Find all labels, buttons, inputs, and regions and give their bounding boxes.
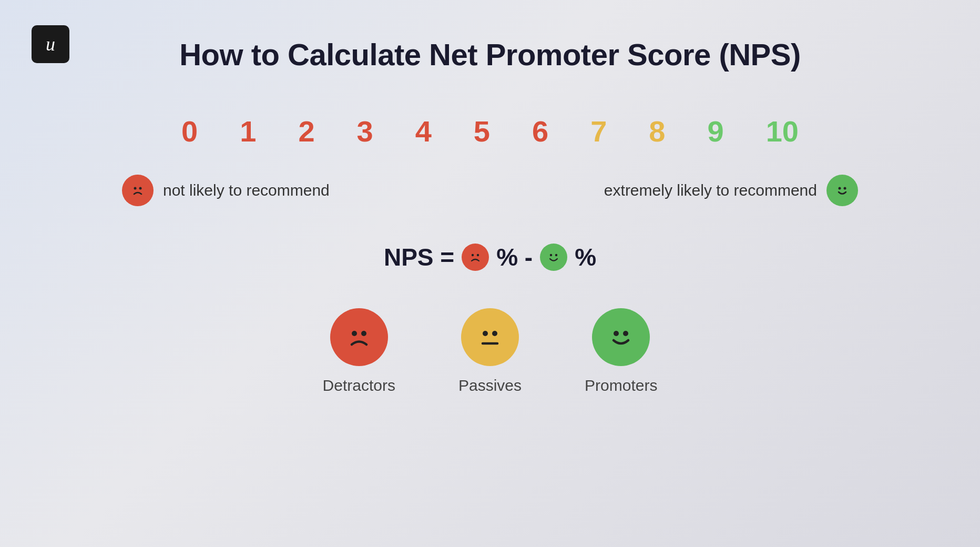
detractors-face-icon [330, 308, 388, 366]
passives-category: Passives [458, 308, 522, 394]
formula-smile-icon [540, 244, 567, 271]
passives-label: Passives [458, 377, 522, 394]
scale-1: 1 [240, 114, 256, 148]
extremely-likely-label: extremely likely to recommend [604, 175, 858, 206]
page-title: How to Calculate Net Promoter Score (NPS… [179, 37, 801, 72]
svg-point-3 [844, 187, 846, 190]
smile-face-small [826, 175, 858, 206]
scale-2: 2 [298, 114, 314, 148]
scale-6: 6 [532, 114, 548, 148]
not-likely-label: not likely to recommend [122, 175, 330, 206]
formula-middle: % - [496, 243, 533, 271]
svg-point-11 [492, 331, 497, 336]
scale-10: 10 [766, 114, 799, 148]
svg-point-6 [550, 254, 552, 256]
promoters-face-icon [592, 308, 650, 366]
extremely-likely-text: extremely likely to recommend [604, 181, 817, 199]
svg-point-10 [483, 331, 488, 336]
passives-face-icon [461, 308, 519, 366]
svg-point-14 [623, 331, 628, 336]
formula-frown-icon [462, 244, 489, 271]
scale-5: 5 [474, 114, 490, 148]
formula-suffix: % [575, 243, 596, 271]
bottom-categories: Detractors Passives Promoters [323, 308, 658, 394]
not-likely-text: not likely to recommend [163, 181, 330, 199]
scale-8: 8 [649, 114, 665, 148]
svg-point-4 [472, 254, 474, 256]
detractors-category: Detractors [323, 308, 395, 394]
formula-prefix: NPS = [384, 243, 454, 271]
svg-point-7 [555, 254, 557, 256]
svg-point-1 [139, 187, 142, 190]
scale-3: 3 [357, 114, 373, 148]
svg-point-0 [134, 187, 137, 190]
svg-point-9 [361, 331, 366, 336]
scale-0: 0 [181, 114, 198, 148]
scale-7: 7 [590, 114, 607, 148]
promoters-label: Promoters [585, 377, 657, 394]
svg-point-2 [839, 187, 841, 190]
scale-4: 4 [415, 114, 432, 148]
logo: u [32, 25, 69, 63]
logo-letter: u [46, 33, 55, 55]
emoji-label-row: not likely to recommend extremely likely… [122, 175, 858, 206]
frown-face-small [122, 175, 154, 206]
svg-point-5 [477, 254, 479, 256]
scale-9: 9 [707, 114, 723, 148]
promoters-category: Promoters [585, 308, 657, 394]
detractors-label: Detractors [323, 377, 395, 394]
svg-point-8 [352, 331, 357, 336]
scale-row: 0 1 2 3 4 5 6 7 8 9 10 [181, 114, 799, 148]
nps-formula: NPS = % - % [384, 243, 596, 271]
svg-point-13 [614, 331, 619, 336]
